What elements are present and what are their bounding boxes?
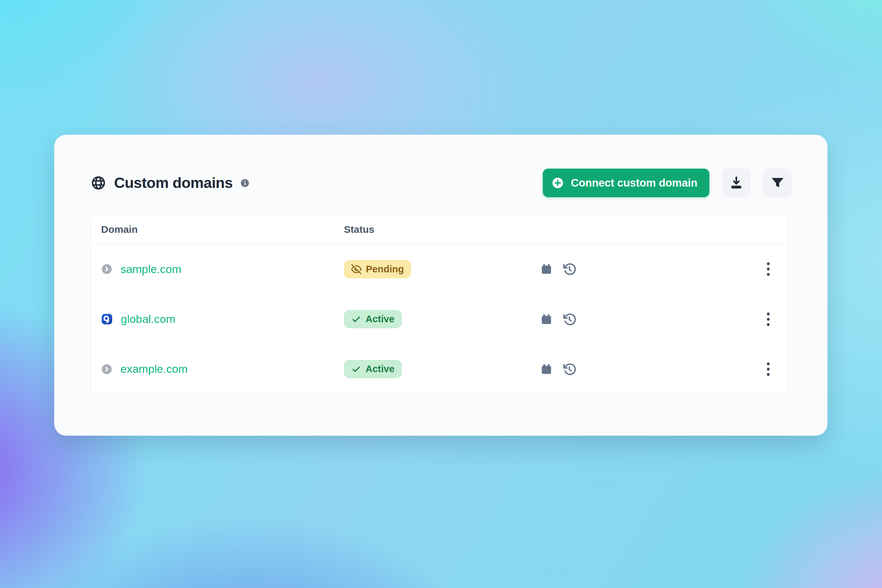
globe-icon bbox=[91, 175, 106, 190]
history-button[interactable] bbox=[562, 362, 576, 376]
domain-cell: global.com bbox=[91, 313, 344, 326]
column-header-domain: Domain bbox=[91, 224, 344, 235]
page-title: Custom domains bbox=[114, 174, 233, 192]
domains-table: Domain Status sample.com bbox=[91, 214, 788, 394]
check-icon bbox=[351, 314, 361, 324]
calendar-icon bbox=[540, 313, 553, 326]
history-icon bbox=[562, 262, 576, 276]
status-badge: Active bbox=[344, 310, 402, 328]
kebab-menu-icon[interactable] bbox=[765, 312, 771, 327]
domain-cell: example.com bbox=[91, 363, 344, 375]
site-favicon-icon bbox=[101, 313, 113, 325]
calendar-button[interactable] bbox=[540, 263, 553, 275]
calendar-icon bbox=[540, 363, 553, 375]
title-group: Custom domains bbox=[91, 174, 250, 192]
check-icon bbox=[351, 364, 361, 374]
chevron-circle-icon[interactable] bbox=[101, 363, 112, 375]
calendar-button[interactable] bbox=[540, 313, 553, 326]
status-badge: Active bbox=[344, 360, 402, 378]
table-row: global.com Active bbox=[91, 294, 788, 344]
status-label: Active bbox=[366, 363, 394, 375]
table-header-row: Domain Status bbox=[91, 215, 788, 244]
row-menu-cell bbox=[748, 312, 788, 327]
eye-off-icon bbox=[351, 264, 362, 274]
status-label: Pending bbox=[366, 264, 404, 275]
domain-link[interactable]: example.com bbox=[120, 363, 188, 375]
calendar-icon bbox=[540, 263, 553, 275]
download-icon bbox=[729, 175, 744, 190]
filter-icon bbox=[770, 176, 785, 190]
history-button[interactable] bbox=[562, 262, 576, 276]
row-actions bbox=[540, 262, 598, 276]
plus-circle-icon bbox=[551, 177, 564, 189]
filter-button[interactable] bbox=[763, 169, 792, 197]
domain-link[interactable]: global.com bbox=[121, 313, 175, 326]
custom-domains-card: Custom domains Connect custom domain bbox=[54, 135, 828, 436]
domain-link[interactable]: sample.com bbox=[120, 263, 181, 276]
desktop-background: Custom domains Connect custom domain bbox=[0, 0, 882, 588]
connect-custom-domain-button[interactable]: Connect custom domain bbox=[543, 169, 710, 197]
header-actions: Connect custom domain bbox=[543, 169, 792, 197]
status-badge: Pending bbox=[344, 260, 411, 278]
connect-button-label: Connect custom domain bbox=[571, 177, 698, 189]
info-icon[interactable] bbox=[240, 178, 250, 188]
history-button[interactable] bbox=[562, 312, 576, 326]
row-actions bbox=[540, 312, 598, 326]
chevron-circle-icon[interactable] bbox=[101, 263, 112, 275]
row-menu-cell bbox=[748, 261, 788, 277]
export-button[interactable] bbox=[722, 169, 751, 197]
table-row: example.com Active bbox=[91, 344, 788, 394]
kebab-menu-icon[interactable] bbox=[765, 362, 771, 377]
calendar-button[interactable] bbox=[540, 363, 553, 375]
row-menu-cell bbox=[748, 362, 788, 377]
status-cell: Pending bbox=[344, 260, 540, 278]
status-cell: Active bbox=[344, 360, 540, 378]
column-header-status: Status bbox=[344, 224, 540, 235]
history-icon bbox=[562, 362, 576, 376]
history-icon bbox=[562, 312, 576, 326]
card-header: Custom domains Connect custom domain bbox=[91, 168, 792, 198]
status-label: Active bbox=[366, 314, 394, 325]
domain-cell: sample.com bbox=[91, 263, 344, 276]
row-actions bbox=[540, 362, 598, 376]
kebab-menu-icon[interactable] bbox=[765, 261, 771, 277]
table-row: sample.com Pending bbox=[91, 244, 788, 294]
status-cell: Active bbox=[344, 310, 540, 328]
